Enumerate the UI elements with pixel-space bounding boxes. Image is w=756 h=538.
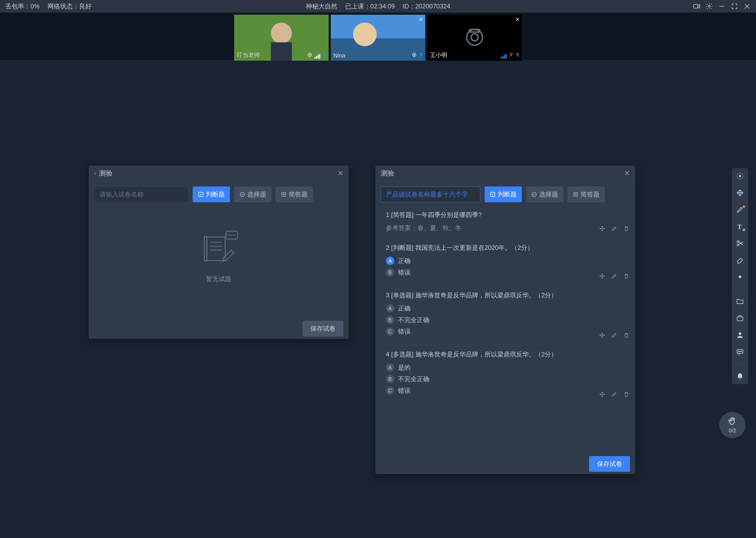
question-option[interactable]: A正确 [386, 257, 630, 265]
text-tool-icon[interactable]: T [735, 222, 745, 231]
delete-icon[interactable] [623, 225, 630, 232]
svg-point-9 [309, 54, 310, 56]
save-quiz-button[interactable]: 保存试卷 [303, 321, 343, 337]
choice-question-button[interactable]: 选择题 [526, 187, 563, 202]
tile-name: 王小明 [430, 51, 447, 59]
move-tool-icon[interactable] [735, 188, 745, 197]
panel-title: 测验 [381, 169, 624, 178]
svg-point-1 [708, 6, 710, 7]
option-letter: A [386, 363, 394, 372]
option-letter: C [386, 327, 394, 336]
quiz-name-input[interactable] [94, 187, 188, 202]
short-answer-button[interactable]: 简答题 [276, 187, 313, 202]
svg-point-18 [471, 34, 478, 41]
question-title: 3 [单选题] 施华洛世奇是反华品牌，所以梁鼎琪反华。（2分） [386, 291, 630, 300]
eraser-tool-icon[interactable] [735, 255, 745, 265]
judgment-question-button[interactable]: 判断题 [193, 187, 230, 202]
question-option[interactable]: C错误 [386, 386, 630, 395]
close-icon[interactable]: ✕ [624, 169, 630, 178]
folder-tool-icon[interactable] [735, 296, 745, 306]
chat-tool-icon[interactable] [735, 347, 745, 356]
svg-rect-7 [271, 42, 292, 61]
edit-icon[interactable] [611, 391, 618, 398]
close-icon[interactable]: ✕ [337, 169, 343, 178]
scissors-tool-icon[interactable] [735, 239, 745, 248]
option-letter: B [386, 268, 394, 277]
empty-text: 暂无试题 [206, 275, 231, 283]
fullscreen-icon[interactable] [731, 3, 738, 10]
svg-point-34 [231, 235, 233, 236]
svg-point-15 [414, 54, 415, 56]
option-text: 错误 [398, 386, 410, 395]
delete-icon[interactable] [623, 391, 630, 398]
signal-icon [501, 54, 507, 59]
reference-answer: 参考答案：春、夏、秋、冬 [386, 224, 630, 232]
mic-icon [516, 52, 520, 59]
quiz-panel-empty: ‹ 测验 ✕ 判断题 选择题 简答题 暂无试题 保存 [89, 166, 349, 339]
delete-icon[interactable] [623, 332, 630, 339]
choice-question-button[interactable]: 选择题 [234, 187, 271, 202]
user-tool-icon[interactable] [735, 330, 745, 340]
svg-rect-46 [737, 317, 743, 321]
svg-rect-0 [693, 4, 698, 8]
move-icon[interactable] [598, 225, 606, 232]
shape-tool-icon[interactable] [735, 272, 745, 282]
minimize-icon[interactable] [718, 3, 726, 10]
question-option[interactable]: B不完全正确 [386, 316, 630, 324]
side-toolbar: T [732, 168, 748, 384]
tile-name: 叮当老师 [237, 51, 260, 59]
question-list[interactable]: 1 [简答题] 一年四季分别是哪四季?参考答案：春、夏、秋、冬2 [判断题] 我… [375, 205, 635, 453]
back-icon[interactable]: ‹ [94, 169, 96, 177]
quiz-name-input[interactable] [381, 187, 480, 202]
top-bar: 丢包率：0% 网络状态：良好 神秘大自然 已上课：02:34:09 ID：202… [0, 0, 756, 13]
svg-line-21 [509, 53, 513, 57]
short-answer-button[interactable]: 简答题 [568, 187, 605, 202]
close-window-icon[interactable] [743, 3, 751, 10]
hand-raise-button[interactable]: 0/2 [719, 412, 745, 438]
settings-icon[interactable] [706, 3, 713, 10]
option-text: 错误 [398, 268, 410, 277]
delete-icon[interactable] [623, 272, 630, 280]
option-letter: A [386, 304, 394, 313]
tile-close-icon[interactable]: ✕ [515, 16, 520, 23]
move-icon[interactable] [598, 391, 606, 398]
svg-rect-22 [517, 53, 518, 55]
bell-tool-icon[interactable] [735, 371, 745, 381]
video-tile-student-2[interactable]: ✕ 王小明 [427, 15, 522, 61]
question-block: 3 [单选题] 施华洛世奇是反华品牌，所以梁鼎琪反华。（2分）A正确B不完全正确… [386, 285, 630, 345]
camera-off-icon [464, 27, 485, 49]
empty-state: 暂无试题 [89, 207, 349, 302]
question-option[interactable]: C错误 [386, 327, 630, 336]
toolbox-tool-icon[interactable] [735, 313, 745, 323]
save-quiz-button[interactable]: 保存试卷 [589, 456, 630, 472]
question-option[interactable]: A正确 [386, 304, 630, 313]
session-id: ID：2020070324 [403, 2, 450, 11]
question-title: 1 [简答题] 一年四季分别是哪四季? [386, 210, 630, 220]
record-icon[interactable] [693, 3, 700, 10]
video-tile-teacher[interactable]: 叮当老师 [234, 15, 329, 61]
edit-icon[interactable] [611, 272, 618, 280]
svg-rect-28 [207, 237, 225, 261]
svg-point-50 [740, 351, 740, 352]
quiz-panel-filled: 测验 ✕ 判断题 选择题 简答题 1 [简答题] 一年四季分别是哪四季?参考答案… [375, 166, 635, 474]
click-tool-icon[interactable] [735, 171, 745, 181]
pen-tool-icon[interactable] [735, 205, 745, 214]
option-text: 不完全正确 [398, 316, 429, 324]
tile-close-icon[interactable]: ✕ [419, 16, 423, 23]
svg-point-33 [229, 235, 230, 236]
edit-icon[interactable] [611, 225, 618, 232]
panel-title: 测验 [99, 169, 337, 178]
question-title: 4 [多选题] 施华洛世奇是反华品牌，所以梁鼎琪反华。（2分） [386, 350, 630, 359]
move-icon[interactable] [598, 272, 606, 280]
edit-icon[interactable] [611, 332, 618, 339]
judgment-question-button[interactable]: 判断题 [485, 187, 522, 202]
question-option[interactable]: A是的 [386, 363, 630, 372]
option-letter: A [386, 257, 394, 265]
move-icon[interactable] [598, 332, 606, 339]
svg-point-24 [240, 192, 245, 197]
question-option[interactable]: B不完全正确 [386, 375, 630, 383]
empty-illustration-icon [195, 227, 242, 268]
whiteboard-indicator-icon [412, 52, 417, 59]
question-option[interactable]: B错误 [386, 268, 630, 277]
video-tile-student-1[interactable]: ✕ Nina [331, 15, 425, 61]
